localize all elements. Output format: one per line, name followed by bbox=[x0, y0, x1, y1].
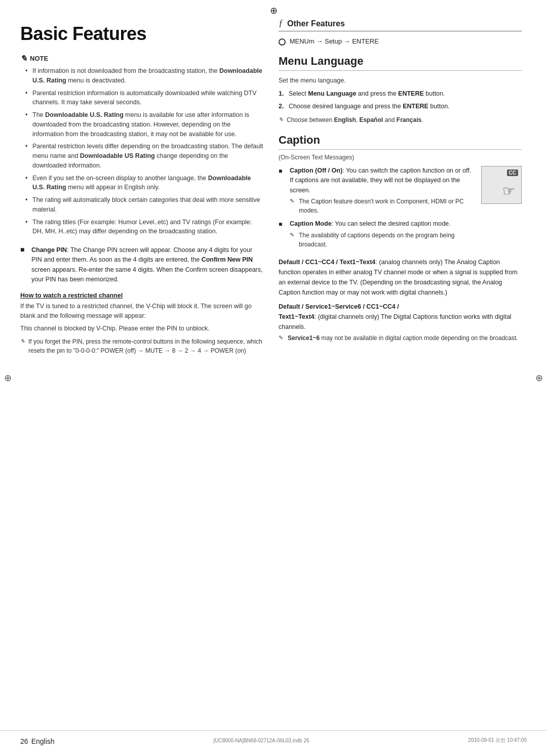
caption-mode: Caption Mode: You can select the desired… bbox=[279, 219, 476, 248]
note-item-4: Parental restriction levels differ depen… bbox=[25, 142, 263, 170]
note-section: ✎ NOTE If information is not downloaded … bbox=[20, 54, 263, 236]
caption-image: CC ☞ bbox=[481, 166, 522, 204]
restricted-channel-body1: If the TV is tuned to a restricted chann… bbox=[20, 302, 263, 321]
service-block: Default / Service1~Service6 / CC1~CC4 / … bbox=[279, 302, 522, 343]
caption-mode-note: The availability of captions depends on … bbox=[290, 231, 476, 249]
restricted-channel-section: How to watch a restricted channel If the… bbox=[20, 292, 263, 355]
service-text: Text1~Text4: (digital channels only) The… bbox=[279, 312, 522, 332]
caption-image-inner: CC ☞ bbox=[482, 166, 521, 203]
note-icon: ✎ bbox=[20, 54, 27, 63]
caption-off-on: Caption (Off / On): You can switch the c… bbox=[279, 166, 476, 215]
left-column: Basic Features ✎ NOTE If information is … bbox=[20, 18, 263, 355]
page-container: ⊕ ⊕ ⊕ Basic Features ✎ NOTE If informati… bbox=[0, 0, 547, 756]
left-compass-icon: ⊕ bbox=[4, 372, 12, 384]
menu-path: MENUm → Setup → ENTERE bbox=[279, 37, 522, 46]
page-num-value: 26 bbox=[20, 737, 28, 745]
top-compass-icon: ⊕ bbox=[0, 0, 547, 18]
menu-path-text: MENUm → Setup → ENTERE bbox=[290, 37, 379, 45]
change-pin-section: Change PIN: The Change PIN screen will a… bbox=[20, 245, 263, 285]
page-footer: 26 English [UC8000-NA]BN68-02712A-06L03.… bbox=[0, 730, 547, 747]
caption-title: Caption bbox=[279, 134, 522, 150]
pin-note: If you forget the PIN, press the remote-… bbox=[20, 337, 263, 355]
note-list: If information is not downloaded from th… bbox=[20, 66, 263, 236]
other-features-header: ƒ Other Features bbox=[279, 18, 522, 31]
note-label: NOTE bbox=[30, 55, 48, 62]
menu-language-section: Menu Language Set the menu language. 1.S… bbox=[279, 55, 522, 125]
footer-file: [UC8000-NA]BN68-02712A-06L03.indb 26 bbox=[213, 738, 309, 743]
main-columns: Basic Features ✎ NOTE If information is … bbox=[0, 18, 547, 355]
caption-section: Caption (On-Screen Text Messages) Captio… bbox=[279, 134, 522, 343]
change-pin-text: Change PIN: The Change PIN screen will a… bbox=[31, 245, 263, 285]
page-number: 26 English bbox=[20, 734, 55, 747]
note-header: ✎ NOTE bbox=[20, 54, 263, 63]
page-num-label: English bbox=[31, 737, 55, 745]
note-item-1: If information is not downloaded from th… bbox=[25, 66, 263, 86]
note-item-6: The rating will automatically block cert… bbox=[25, 195, 263, 215]
menu-language-title: Menu Language bbox=[279, 55, 522, 71]
caption-subtitle: (On-Screen Text Messages) bbox=[279, 154, 522, 161]
service-note: Service1~6 may not be available in digit… bbox=[279, 333, 522, 343]
restricted-channel-body2: This channel is blocked by V-Chip. Pleas… bbox=[20, 324, 263, 333]
caption-body: Caption (Off / On): You can switch the c… bbox=[279, 166, 522, 253]
step-1: 1.Select Menu Language and press the ENT… bbox=[279, 89, 522, 99]
caption-text-block: Caption (Off / On): You can switch the c… bbox=[279, 166, 476, 253]
note-item-5: Even if you set the on-screen display to… bbox=[25, 174, 263, 193]
footer-date: 2010-09-01 오전 10:47:05 bbox=[468, 737, 527, 744]
page-title: Basic Features bbox=[20, 23, 263, 45]
note-item-7: The rating titles (For example: Humor Le… bbox=[25, 218, 263, 237]
language-note: Choose between English, Español and Fran… bbox=[279, 115, 522, 124]
caption-off-on-note: The Caption feature doesn't work in Comp… bbox=[290, 197, 476, 215]
other-features-title: Other Features bbox=[287, 19, 345, 28]
note-item-3: The Downloadable U.S. Rating menu is ava… bbox=[25, 110, 263, 139]
menu-language-steps: 1.Select Menu Language and press the ENT… bbox=[279, 89, 522, 111]
menu-language-intro: Set the menu language. bbox=[279, 76, 522, 86]
restricted-channel-title: How to watch a restricted channel bbox=[20, 292, 263, 299]
service-title: Default / Service1~Service6 / CC1~CC4 / bbox=[279, 302, 522, 312]
cc-badge: CC bbox=[507, 170, 518, 176]
note-item-2: Parental restriction information is auto… bbox=[25, 89, 263, 108]
right-compass-icon: ⊕ bbox=[535, 372, 543, 384]
default-cc-block: Default / CC1~CC4 / Text1~Text4: (analog… bbox=[279, 257, 522, 298]
circle-o-icon bbox=[279, 38, 286, 46]
right-column: ƒ Other Features MENUm → Setup → ENTERE … bbox=[279, 18, 522, 355]
step-2: 2.Choose desired language and press the … bbox=[279, 102, 522, 111]
other-features-icon: ƒ bbox=[279, 18, 283, 29]
hand-icon: ☞ bbox=[502, 183, 515, 199]
